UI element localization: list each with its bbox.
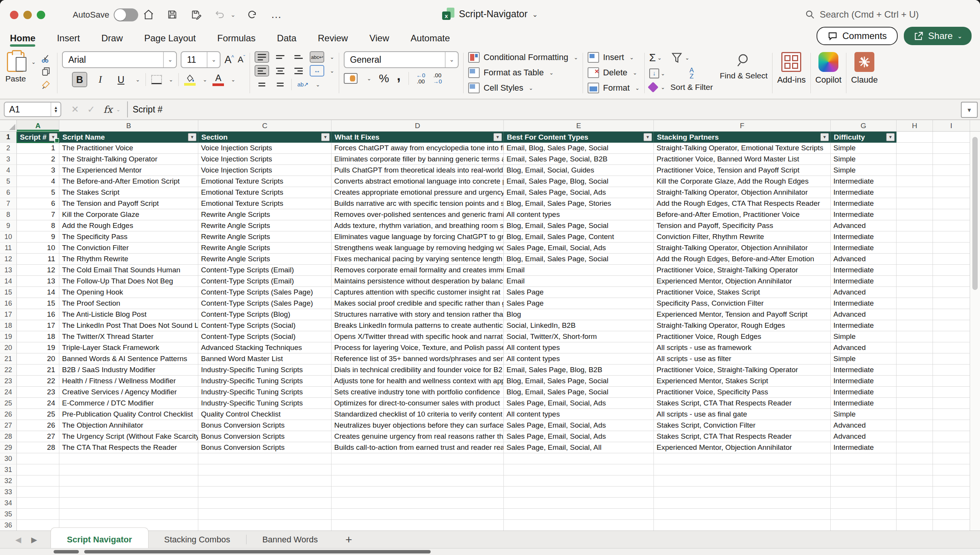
- cell-script-num[interactable]: [17, 464, 59, 475]
- cell-e1[interactable]: Best For Content Types▼: [504, 132, 654, 143]
- row-number[interactable]: 23: [0, 376, 17, 387]
- cell-difficulty[interactable]: Intermediate: [831, 176, 897, 187]
- row-number[interactable]: 11: [0, 243, 17, 254]
- cell-section[interactable]: Content-Type Scripts (Sales Page): [198, 287, 332, 298]
- cell-content-types[interactable]: Blog: [504, 309, 654, 320]
- cell-stacking-partners[interactable]: All scripts - use as final gate: [654, 409, 831, 420]
- cell-script-num[interactable]: 21: [17, 365, 59, 376]
- delete-cells-button[interactable]: Delete ⌄: [588, 67, 639, 78]
- row-number[interactable]: 21: [0, 353, 17, 365]
- row-number[interactable]: 15: [0, 287, 17, 298]
- cell-empty-h[interactable]: [897, 453, 933, 464]
- cell-section[interactable]: [198, 464, 332, 475]
- decrease-decimal-button[interactable]: .00→0: [433, 72, 442, 85]
- cell-empty-i[interactable]: [933, 498, 970, 509]
- cell-empty-h[interactable]: [897, 254, 933, 265]
- cell-script-name[interactable]: Banned Words & AI Sentence Patterns: [59, 353, 198, 365]
- cell-content-types[interactable]: [504, 464, 654, 475]
- cell-content-types[interactable]: Email: [504, 276, 654, 287]
- row-number[interactable]: 19: [0, 331, 17, 342]
- cell-section[interactable]: Industry-Specific Tuning Scripts: [198, 365, 332, 376]
- filter-button[interactable]: ▼: [188, 133, 196, 141]
- cell-content-types[interactable]: Email, Sales Page, Blog, B2B: [504, 365, 654, 376]
- cut-icon[interactable]: [39, 54, 52, 63]
- cell-content-types[interactable]: Blog, Email, Sales Page, Stories: [504, 198, 654, 209]
- cell-script-num[interactable]: 11: [17, 254, 59, 265]
- cell-difficulty[interactable]: Intermediate: [831, 276, 897, 287]
- cell-difficulty[interactable]: Advanced: [831, 420, 897, 431]
- cell-empty-h[interactable]: [897, 420, 933, 431]
- cell-content-types[interactable]: [504, 453, 654, 464]
- fill-down-button[interactable]: ↓⌄: [649, 68, 665, 78]
- cell-script-name[interactable]: The Anti-Listicle Blog Post: [59, 309, 198, 320]
- cell-difficulty[interactable]: Intermediate: [831, 376, 897, 387]
- cell-difficulty[interactable]: Intermediate: [831, 198, 897, 209]
- cell-what-it-fixes[interactable]: Strengthens weak language by removing he…: [332, 243, 504, 254]
- cell-content-types[interactable]: Blog, Email, Sales Page, Social: [504, 254, 654, 265]
- cell-what-it-fixes[interactable]: Creates appropriate emotional pressure a…: [332, 187, 504, 198]
- align-top-button[interactable]: [255, 51, 269, 63]
- search-field[interactable]: Search (Cmd + Ctrl + U): [805, 9, 919, 20]
- minimize-window-button[interactable]: [23, 11, 32, 19]
- cell-difficulty[interactable]: Intermediate: [831, 398, 897, 409]
- cell-difficulty[interactable]: Simple: [831, 143, 897, 154]
- cell-content-types[interactable]: Blog, Email, Sales Page, Social: [504, 220, 654, 231]
- merge-chevron-icon[interactable]: ⌄: [330, 68, 334, 74]
- cell-script-num[interactable]: 15: [17, 298, 59, 309]
- cell-script-num[interactable]: 3: [17, 165, 59, 176]
- cell-section[interactable]: Content-Type Scripts (Social): [198, 331, 332, 342]
- find-select-button[interactable]: Find & Select: [720, 51, 768, 92]
- cell-h1[interactable]: [897, 132, 933, 143]
- font-size-select[interactable]: 11 ⌄: [181, 51, 220, 68]
- cell-empty-i[interactable]: [933, 409, 970, 420]
- cell-empty-h[interactable]: [897, 431, 933, 442]
- cell-content-types[interactable]: Email, Sales Page, Social, B2B: [504, 154, 654, 165]
- name-box-spinner[interactable]: ▲▼: [51, 103, 60, 116]
- cell-difficulty[interactable]: Simple: [831, 353, 897, 365]
- tab-page-layout[interactable]: Page Layout: [134, 29, 207, 47]
- cell-content-types[interactable]: Sales Page: [504, 298, 654, 309]
- cell-section[interactable]: Industry-Specific Tuning Scripts: [198, 376, 332, 387]
- cell-empty-h[interactable]: [897, 220, 933, 231]
- cell-section[interactable]: [198, 509, 332, 520]
- row-number[interactable]: 17: [0, 309, 17, 320]
- underline-button[interactable]: U: [113, 72, 129, 87]
- cell-difficulty[interactable]: Intermediate: [831, 365, 897, 376]
- cell-empty-h[interactable]: [897, 298, 933, 309]
- cell-content-types[interactable]: Sales Page: [504, 287, 654, 298]
- align-right-button[interactable]: [291, 65, 306, 76]
- cell-what-it-fixes[interactable]: Eliminates corporate filler by banning g…: [332, 154, 504, 165]
- cell-what-it-fixes[interactable]: Forces ChatGPT away from encyclopedia to…: [332, 143, 504, 154]
- cell-empty-h[interactable]: [897, 376, 933, 387]
- cell-empty-h[interactable]: [897, 143, 933, 154]
- cell-script-num[interactable]: 13: [17, 276, 59, 287]
- cell-script-name[interactable]: Creative Services / Agency Modifier: [59, 387, 198, 398]
- cell-stacking-partners[interactable]: Practitioner Voice, Rough Edges: [654, 331, 831, 342]
- row-number[interactable]: 1: [0, 132, 17, 143]
- cell-empty-h[interactable]: [897, 276, 933, 287]
- cell-section[interactable]: Voice Injection Scripts: [198, 154, 332, 165]
- column-header-i[interactable]: I: [933, 120, 970, 131]
- cell-content-types[interactable]: Blog, Email, Sales Page, Social: [504, 387, 654, 398]
- cell-script-num[interactable]: 28: [17, 442, 59, 453]
- filter-button[interactable]: ▼: [321, 133, 330, 141]
- cell-section[interactable]: Rewrite Angle Scripts: [198, 254, 332, 265]
- cell-what-it-fixes[interactable]: Process for layering Voice, Texture, and…: [332, 342, 504, 353]
- cell-empty-i[interactable]: [933, 520, 970, 531]
- column-header-d[interactable]: D: [332, 120, 504, 131]
- cell-what-it-fixes[interactable]: Dials in technical credibility and found…: [332, 365, 504, 376]
- cell-empty-i[interactable]: [933, 475, 970, 487]
- cell-difficulty[interactable]: Simple: [831, 165, 897, 176]
- cell-script-name[interactable]: [59, 509, 198, 520]
- column-header-g[interactable]: G: [831, 120, 897, 131]
- cell-content-types[interactable]: [504, 487, 654, 498]
- cell-empty-h[interactable]: [897, 387, 933, 398]
- row-number[interactable]: 36: [0, 520, 17, 531]
- sheet-tab-stacking-combos[interactable]: Stacking Combos: [148, 531, 246, 548]
- cell-stacking-partners[interactable]: Straight-Talking Operator, Emotional Tex…: [654, 143, 831, 154]
- cell-empty-i[interactable]: [933, 376, 970, 387]
- cell-empty-h[interactable]: [897, 498, 933, 509]
- cell-what-it-fixes[interactable]: Adjusts tone for health and wellness con…: [332, 376, 504, 387]
- copy-icon[interactable]: [39, 67, 52, 76]
- cell-content-types[interactable]: Email, Sales Page, Social, Ads: [504, 187, 654, 198]
